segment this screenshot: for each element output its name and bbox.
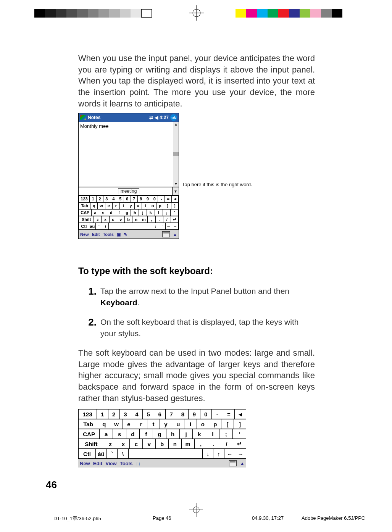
key-cap[interactable]: CAP [79,209,92,216]
key-c[interactable]: c [130,439,143,449]
key-accent[interactable]: áü [89,223,96,230]
key-6[interactable]: 6 [154,409,166,419]
key-down[interactable]: ↓ [152,223,159,230]
key-down[interactable]: ↓ [203,449,214,459]
key-123[interactable]: 123 [78,409,97,419]
key-a[interactable]: a [92,209,100,216]
key-grave[interactable]: ` [107,449,118,459]
menu-tools[interactable]: Tools [103,232,114,237]
key-z[interactable]: z [104,439,117,449]
key-ctl[interactable]: Ctl [78,449,96,459]
menu-new[interactable]: New [80,232,89,237]
key-s[interactable]: s [113,429,126,439]
key-cap[interactable]: CAP [78,429,100,439]
key-8[interactable]: 8 [177,409,189,419]
key-j[interactable]: j [139,209,147,216]
key-1[interactable]: 1 [90,195,97,202]
key-left[interactable]: ← [166,223,172,230]
key-up[interactable]: ↑ [213,449,224,459]
input-panel-arrow-icon[interactable]: ▲ [240,461,245,466]
key-p[interactable]: p [156,202,164,209]
key-space[interactable] [109,223,152,230]
key-backslash[interactable]: \ [102,223,109,230]
key-enter[interactable]: ↵ [233,439,246,449]
key-3[interactable]: 3 [120,409,131,419]
key-l[interactable]: l [206,429,219,439]
key-shift[interactable]: Shift [79,216,94,223]
ok-button[interactable]: ok [170,114,177,121]
key-w[interactable]: w [98,202,105,209]
scroll-up-icon[interactable]: ▲ [174,122,178,127]
input-panel-arrow-icon[interactable]: ▲ [173,232,177,237]
updown-icon[interactable]: ↑↓ [136,461,140,466]
key-right[interactable]: → [235,449,246,459]
key-m[interactable]: m [140,216,148,223]
key-shift[interactable]: Shift [78,439,104,449]
key-y[interactable]: y [127,202,134,209]
key-p[interactable]: p [209,419,221,429]
key-comma[interactable]: , [148,216,155,223]
key-semicolon[interactable]: ; [163,209,171,216]
key-backslash[interactable]: \ [118,449,129,459]
suggested-word[interactable]: meeting [118,188,140,194]
key-slash[interactable]: / [220,439,233,449]
key-f[interactable]: f [115,209,123,216]
key-left[interactable]: ← [224,449,236,459]
key-tab[interactable]: Tab [79,202,90,209]
key-t[interactable]: t [120,202,127,209]
key-backspace[interactable]: ◄ [172,195,179,202]
key-9[interactable]: 9 [189,409,200,419]
key-accent[interactable]: áü [96,449,107,459]
key-h[interactable]: h [131,209,139,216]
key-o[interactable]: o [197,419,209,429]
key-v[interactable]: v [117,216,125,223]
key-v[interactable]: v [143,439,156,449]
key-d[interactable]: d [126,429,140,439]
key-0[interactable]: 0 [200,409,212,419]
key-e[interactable]: e [123,419,135,429]
menu-new[interactable]: New [80,461,90,466]
key-b[interactable]: b [125,216,132,223]
key-grave[interactable]: ` [96,223,102,230]
key-8[interactable]: 8 [138,195,145,202]
menu-view[interactable]: View [105,461,116,466]
key-n[interactable]: n [169,439,182,449]
key-q[interactable]: q [98,419,110,429]
key-u[interactable]: u [172,419,184,429]
key-s[interactable]: s [99,209,107,216]
key-minus[interactable]: - [158,195,165,202]
key-i[interactable]: i [142,202,149,209]
key-period[interactable]: . [207,439,220,449]
key-4[interactable]: 4 [131,409,143,419]
key-i[interactable]: i [184,419,197,429]
key-rbracket[interactable]: ] [234,419,246,429]
input-panel-icon[interactable] [162,231,170,237]
key-x[interactable]: x [102,216,109,223]
key-y[interactable]: y [160,419,172,429]
key-quote[interactable]: ' [233,429,246,439]
key-7[interactable]: 7 [131,195,138,202]
key-u[interactable]: u [135,202,142,209]
key-123[interactable]: 123 [79,195,90,202]
key-2[interactable]: 2 [108,409,120,419]
key-z[interactable]: z [94,216,102,223]
key-x[interactable]: x [117,439,130,449]
key-period[interactable]: . [156,216,163,223]
menu-edit[interactable]: Edit [92,232,100,237]
key-tab[interactable]: Tab [78,419,98,429]
key-b[interactable]: b [156,439,169,449]
key-k[interactable]: k [193,429,206,439]
key-m[interactable]: m [182,439,195,449]
key-r[interactable]: r [135,419,147,429]
key-g[interactable]: g [123,209,131,216]
key-1[interactable]: 1 [97,409,108,419]
notes-text-area[interactable]: Monthly mee ▲ ▼ [79,122,179,187]
pen-icon[interactable]: ✎ [124,232,127,237]
menu-edit[interactable]: Edit [93,461,103,466]
key-k[interactable]: k [147,209,155,216]
key-e[interactable]: e [105,202,113,209]
key-quote[interactable]: ' [171,209,179,216]
suggestion-dropdown-icon[interactable]: ▼ [172,187,179,195]
key-minus[interactable]: - [212,409,223,419]
key-comma[interactable]: , [195,439,208,449]
